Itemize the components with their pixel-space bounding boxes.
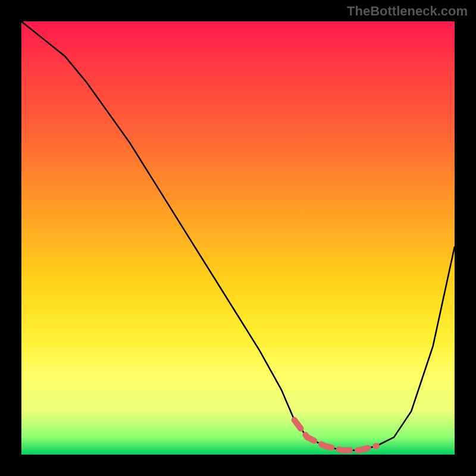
watermark-text: TheBottleneck.com: [347, 4, 468, 19]
bottleneck-chart: [21, 21, 455, 455]
optimal-range-markers: [295, 420, 377, 450]
bottleneck-curve-line: [21, 21, 455, 450]
